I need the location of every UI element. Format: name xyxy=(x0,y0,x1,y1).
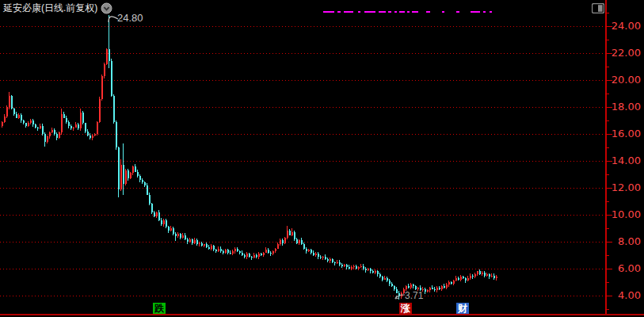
candle xyxy=(294,232,295,239)
candle xyxy=(284,238,286,243)
candle xyxy=(75,124,77,128)
candle xyxy=(25,123,27,126)
candle xyxy=(460,277,462,280)
y-axis-label: 18.00 xyxy=(593,101,641,113)
y-axis-label: 10.00 xyxy=(593,208,641,220)
candle xyxy=(270,253,272,254)
candle xyxy=(360,266,362,267)
candle xyxy=(455,278,457,281)
candle xyxy=(441,286,443,289)
ticker-dash xyxy=(323,11,334,13)
candle xyxy=(251,257,253,258)
price-gridline xyxy=(0,53,606,54)
candle xyxy=(135,166,136,172)
y-axis-minor-tick xyxy=(605,255,609,256)
candle xyxy=(253,255,255,258)
candle xyxy=(6,107,8,116)
candle xyxy=(434,289,436,290)
candle xyxy=(453,281,455,284)
candlestick-plot-area[interactable] xyxy=(0,0,644,317)
candle xyxy=(32,120,34,124)
instrument-title: 延安必康(日线.前复权) xyxy=(3,2,97,15)
y-axis-minor-tick xyxy=(605,67,609,67)
event-badge-finance[interactable]: 财 xyxy=(456,303,469,314)
candle xyxy=(263,253,265,255)
candle xyxy=(425,289,426,292)
candle xyxy=(491,276,493,277)
candle xyxy=(189,239,191,242)
candle xyxy=(467,278,469,281)
candle xyxy=(225,250,227,253)
candle xyxy=(232,251,234,254)
candle xyxy=(168,227,170,231)
candle xyxy=(137,172,139,176)
candle xyxy=(337,262,338,263)
event-badge-rise[interactable]: 涨 xyxy=(399,303,412,314)
candle xyxy=(372,271,374,273)
candle xyxy=(21,115,22,120)
candle xyxy=(308,250,310,251)
y-axis-minor-tick xyxy=(605,40,609,40)
stock-chart-window: 延安必康(日线.前复权) 24.80 3.71 跌 涨 财 24.0022.00… xyxy=(0,0,644,317)
candle xyxy=(306,249,307,251)
candle xyxy=(116,122,117,147)
candle xyxy=(113,96,115,122)
event-badge-fall[interactable]: 跌 xyxy=(153,303,166,314)
candle xyxy=(23,120,25,123)
price-gridline xyxy=(0,26,606,27)
candle xyxy=(265,250,267,253)
candle xyxy=(334,262,336,263)
candle xyxy=(223,251,224,253)
candle xyxy=(37,128,39,128)
y-axis-label: 12.00 xyxy=(593,181,641,193)
ticker-dash xyxy=(442,11,444,13)
candle xyxy=(477,271,478,274)
candle xyxy=(144,182,146,185)
candle xyxy=(215,250,217,251)
candle xyxy=(68,122,70,126)
collapse-panel-icon[interactable] xyxy=(592,2,604,17)
candle xyxy=(227,250,229,253)
candle xyxy=(249,254,250,257)
chevron-down-icon[interactable] xyxy=(101,2,112,14)
candle xyxy=(123,165,124,184)
price-gridline xyxy=(0,269,606,269)
candle xyxy=(375,271,376,273)
candle xyxy=(196,240,198,244)
candle xyxy=(427,290,429,292)
candle xyxy=(90,136,91,138)
y-axis-label: 4.00 xyxy=(593,289,641,301)
candle xyxy=(166,220,167,227)
candle xyxy=(377,271,379,274)
candle xyxy=(180,234,181,238)
candle xyxy=(384,278,386,280)
candle xyxy=(287,231,288,238)
candle xyxy=(151,204,153,212)
candle xyxy=(446,285,448,288)
price-gridline xyxy=(0,188,606,189)
candle xyxy=(482,273,483,274)
candle xyxy=(451,282,452,284)
candle xyxy=(484,273,486,276)
ticker-dash xyxy=(364,11,375,13)
candle-wick xyxy=(472,274,473,279)
candle xyxy=(406,286,407,289)
candle xyxy=(40,126,41,128)
ticker-dash xyxy=(394,11,397,13)
candle xyxy=(432,288,433,289)
candle xyxy=(463,277,464,278)
candle xyxy=(170,228,172,231)
candle xyxy=(118,147,120,189)
candle xyxy=(173,228,174,234)
candle xyxy=(458,278,459,280)
ticker-dash xyxy=(344,11,353,13)
y-axis-minor-tick xyxy=(605,13,609,13)
candle xyxy=(87,132,89,136)
candle xyxy=(474,274,476,277)
ticker-dash xyxy=(358,11,360,13)
candle xyxy=(496,277,497,278)
candle-wick xyxy=(270,251,271,256)
candle xyxy=(439,288,440,289)
candle xyxy=(47,136,48,142)
candle xyxy=(56,134,58,138)
